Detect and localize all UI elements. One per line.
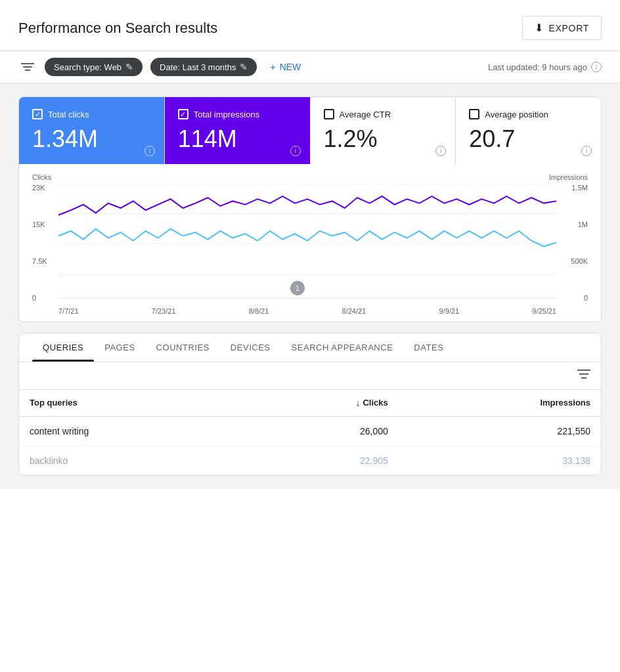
queries-table: Top queries ↓ Clicks Impressions [19,390,601,475]
chart-left-label: Clicks [32,173,51,181]
impressions-label: Total impressions [194,110,259,119]
clicks-checkbox[interactable] [32,109,43,119]
tab-queries[interactable]: QUERIES [32,333,94,362]
main-content: Total clicks 1.34M i Total impressions 1… [0,83,620,489]
page-title: Performance on Search results [18,20,217,37]
data-table-card: QUERIES PAGES COUNTRIES DEVICES SEARCH A… [18,333,602,476]
impressions-cell[interactable]: 221,550 [399,416,601,446]
last-updated-info-icon[interactable]: i [591,62,602,72]
tab-countries[interactable]: COUNTRIES [146,333,220,362]
table-filter-icon[interactable] [577,369,590,383]
position-value: 20.7 [469,126,588,152]
position-label: Average position [485,110,548,119]
clicks-cell[interactable]: 26,000 [247,416,399,446]
metric-tile-ctr[interactable]: Average CTR 1.2% i [311,97,456,164]
last-updated-text: Last updated: 9 hours ago i [488,62,602,72]
impressions-info-icon[interactable]: i [290,146,301,156]
filter-icon [21,62,34,72]
export-icon: ⬇ [535,22,544,34]
sort-arrow-icon: ↓ [355,398,360,408]
col-header-clicks[interactable]: ↓ Clicks [247,390,399,417]
ctr-info-icon[interactable]: i [435,146,446,156]
table-header-row: Top queries ↓ Clicks Impressions [19,390,601,417]
query-cell: backlinko [19,446,247,475]
filter-icon-button[interactable] [18,60,37,74]
plus-icon: + [270,62,275,72]
search-type-edit-icon: ✎ [125,62,133,72]
impressions-cell[interactable]: 33,138 [399,446,601,475]
page-header: Performance on Search results ⬇ EXPORT [0,0,620,51]
x-axis: 7/7/21 7/23/21 8/8/21 8/24/21 9/9/21 9/2… [58,307,556,315]
new-button[interactable]: + NEW [265,59,306,75]
col-header-query: Top queries [19,390,247,417]
toolbar: Search type: Web ✎ Date: Last 3 months ✎… [0,51,620,83]
impressions-value: 114M [178,126,297,152]
table-filter-row [19,362,601,390]
date-edit-icon: ✎ [240,62,248,72]
impressions-checkbox[interactable] [178,109,188,119]
export-button[interactable]: ⬇ EXPORT [522,16,602,40]
table-row: backlinko 22,905 33,138 [19,446,601,475]
col-header-impressions: Impressions [399,390,601,417]
table-row: content writing 26,000 221,550 [19,416,601,446]
chart-labels: Clicks Impressions [32,173,588,181]
chart-marker[interactable]: 1 [290,281,305,295]
search-type-chip[interactable]: Search type: Web ✎ [45,58,143,76]
metric-tile-impressions[interactable]: Total impressions 114M i [165,97,311,164]
position-checkbox[interactable] [469,109,479,119]
clicks-info-icon[interactable]: i [144,146,155,156]
tabs-row: QUERIES PAGES COUNTRIES DEVICES SEARCH A… [19,333,601,362]
y-axis-left: 23K 15K 7.5K 0 [32,184,56,302]
ctr-checkbox[interactable] [324,109,334,119]
clicks-label: Total clicks [48,110,89,119]
chart-right-label: Impressions [549,173,588,181]
tab-search-appearance[interactable]: SEARCH APPEARANCE [281,333,404,362]
query-cell: content writing [19,416,247,446]
tab-pages[interactable]: PAGES [94,333,145,362]
position-info-icon[interactable]: i [581,146,592,156]
clicks-cell[interactable]: 22,905 [247,446,399,475]
ctr-value: 1.2% [324,126,443,152]
chart-svg: 1 [58,184,556,302]
date-range-chip[interactable]: Date: Last 3 months ✎ [150,58,257,76]
metric-tile-position[interactable]: Average position 20.7 i [456,97,601,164]
y-axis-right: 1.5M 1M 500K 0 [559,184,588,302]
metric-tile-clicks[interactable]: Total clicks 1.34M i [19,97,165,164]
clicks-value: 1.34M [32,126,151,152]
metrics-row: Total clicks 1.34M i Total impressions 1… [19,97,601,164]
chart-area: 23K 15K 7.5K 0 1.5M 1M 500K 0 [32,184,588,315]
tab-devices[interactable]: DEVICES [220,333,281,362]
chart-container: Clicks Impressions 23K 15K 7.5K 0 1.5M 1… [19,164,601,322]
tab-dates[interactable]: DATES [403,333,454,362]
metrics-card: Total clicks 1.34M i Total impressions 1… [18,96,602,322]
ctr-label: Average CTR [340,110,391,119]
